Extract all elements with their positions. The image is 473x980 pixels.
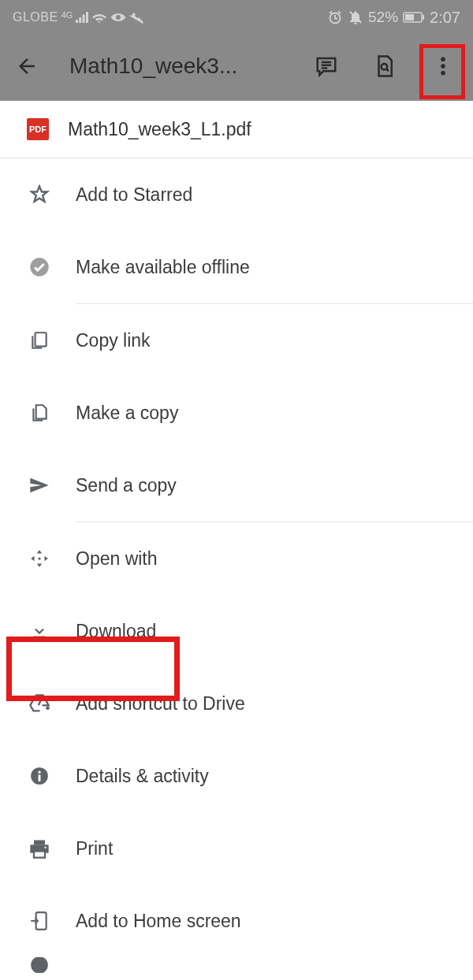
svg-rect-4 xyxy=(423,15,424,20)
make-copy-icon xyxy=(27,403,52,423)
print-icon xyxy=(27,838,52,859)
svg-point-27 xyxy=(31,957,48,973)
back-button[interactable] xyxy=(8,49,46,84)
menu-item-starred[interactable]: Add to Starred xyxy=(0,158,473,231)
menu-item-offline[interactable]: Make available offline xyxy=(0,231,473,303)
carrier-label: GLOBE xyxy=(13,10,58,24)
svg-point-8 xyxy=(382,64,388,70)
find-button[interactable] xyxy=(367,49,402,84)
add-homescreen-icon xyxy=(27,911,52,931)
star-icon xyxy=(27,184,52,206)
menu-label: Copy link xyxy=(76,330,151,351)
menu-item-makecopy[interactable]: Make a copy xyxy=(0,377,473,449)
menu-item-copylink[interactable]: Copy link xyxy=(0,304,473,377)
file-header: PDF Math10_week3_L1.pdf xyxy=(0,101,473,158)
dimmed-background: GLOBE 4G 52% xyxy=(0,0,473,101)
clock-time: 2:07 xyxy=(430,9,460,27)
menu-label: Make a copy xyxy=(76,403,178,424)
status-bar: GLOBE 4G 52% xyxy=(0,0,473,32)
svg-rect-21 xyxy=(39,774,41,781)
eye-icon xyxy=(110,12,126,23)
offline-icon xyxy=(27,256,52,278)
menu-item-openwith[interactable]: Open with xyxy=(0,522,473,595)
svg-rect-22 xyxy=(34,841,45,845)
appbar-title: Math10_week3... xyxy=(69,54,303,79)
svg-point-15 xyxy=(38,557,40,559)
annotation-download-highlight xyxy=(6,637,180,701)
alarm-icon xyxy=(327,9,343,25)
menu-label: Make available offline xyxy=(76,257,250,278)
menu-label: Add to Starred xyxy=(76,184,192,206)
svg-rect-14 xyxy=(35,332,47,346)
menu-item-sendcopy[interactable]: Send a copy xyxy=(0,449,473,522)
svg-line-9 xyxy=(386,69,389,72)
svg-point-20 xyxy=(38,771,40,774)
menu-label: Open with xyxy=(76,548,158,570)
battery-percent: 52% xyxy=(368,9,398,26)
signal-icon xyxy=(76,12,88,23)
network-type: 4G xyxy=(61,10,73,20)
menu-item-details[interactable]: Details & activity xyxy=(0,740,473,812)
send-icon xyxy=(27,476,52,495)
svg-rect-24 xyxy=(34,852,45,858)
menu-label: Add to Home screen xyxy=(76,911,241,932)
mute-call-icon xyxy=(129,11,143,24)
options-menu: PDF Math10_week3_L1.pdf Add to Starred M… xyxy=(0,101,473,973)
comments-button[interactable] xyxy=(309,49,344,84)
annotation-more-highlight xyxy=(419,44,465,99)
menu-label: Details & activity xyxy=(76,766,209,787)
copy-link-icon xyxy=(27,330,52,351)
menu-item-homescreen[interactable]: Add to Home screen xyxy=(0,885,473,957)
menu-item-next[interactable] xyxy=(0,957,473,973)
wifi-icon xyxy=(91,12,107,23)
battery-icon xyxy=(403,12,425,23)
menu-item-print[interactable]: Print xyxy=(0,812,473,885)
generic-icon xyxy=(27,957,52,973)
file-name: Math10_week3_L1.pdf xyxy=(68,119,251,140)
info-icon xyxy=(27,766,52,786)
pdf-icon: PDF xyxy=(27,118,49,140)
mute-notification-icon xyxy=(348,9,363,25)
app-bar: Math10_week3... xyxy=(0,32,473,101)
menu-label: Print xyxy=(76,838,113,859)
menu-label: Send a copy xyxy=(76,475,177,496)
open-with-icon xyxy=(27,548,52,569)
svg-rect-3 xyxy=(405,14,414,20)
svg-point-25 xyxy=(44,847,46,848)
